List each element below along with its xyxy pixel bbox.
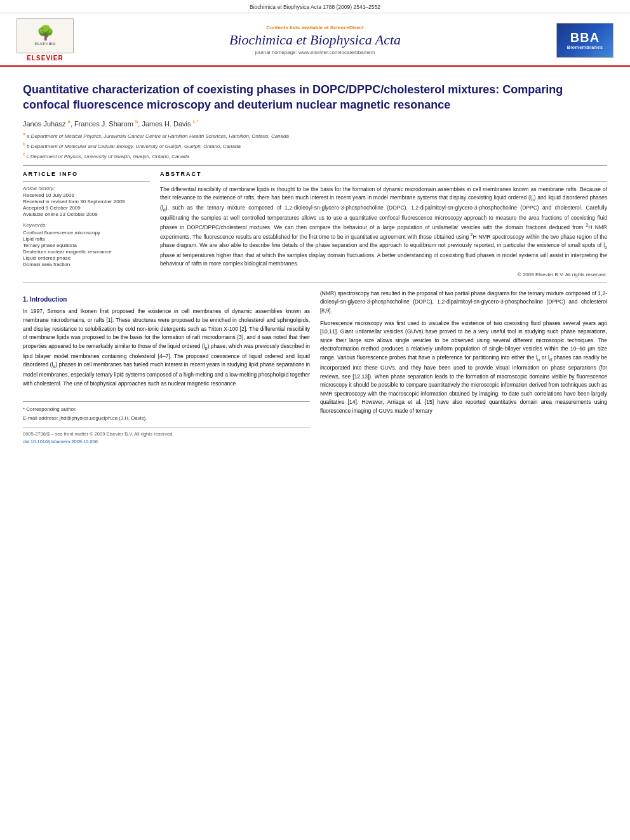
- info-abstract-section: ARTICLE INFO Article history: Received 1…: [23, 171, 607, 277]
- keyword-6: Domain area fraction: [23, 262, 150, 267]
- abstract-heading: ABSTRACT: [160, 171, 607, 177]
- main-content: 1. Introduction In 1997, Simons and Ikon…: [23, 290, 607, 446]
- header-center: Contents lists available at ScienceDirec…: [80, 25, 550, 55]
- intro-section-title: 1. Introduction: [23, 295, 310, 305]
- bottom-left: 0005-2736/$ – see front matter © 2009 El…: [23, 430, 173, 445]
- history-revised: Received in revised form 30 September 20…: [23, 199, 150, 204]
- main-col-left: 1. Introduction In 1997, Simons and Ikon…: [23, 290, 310, 446]
- elsevier-tree-icon: 🌳: [37, 26, 54, 40]
- authors-text: Janos Juhasz a, Frances J. Sharom b, Jam…: [23, 120, 199, 128]
- aff-line-b: b b Department of Molecular and Cellular…: [23, 141, 607, 150]
- keyword-2: Lipid rafts: [23, 236, 150, 242]
- elsevier-logo-box: 🌳 ELSEVIER: [17, 18, 74, 53]
- authors-line: Janos Juhasz a, Frances J. Sharom b, Jam…: [23, 119, 607, 128]
- article-body: Quantitative characterization of coexist…: [0, 67, 630, 458]
- history-accepted: Accepted 9 October 2009: [23, 205, 150, 211]
- doi-line: doi:10.1016/j.bbamem.2009.10.006: [23, 438, 173, 446]
- bba-logo: BBA Biomembranes: [550, 23, 620, 58]
- keyword-1: Confocal fluorescence microscopy: [23, 230, 150, 236]
- header-divider: [23, 165, 607, 166]
- copyright-line: © 2009 Elsevier B.V. All rights reserved…: [160, 272, 607, 277]
- issn-line: 0005-2736/$ – see front matter © 2009 El…: [23, 430, 173, 438]
- abstract-col: ABSTRACT The differential miscibility of…: [160, 171, 607, 277]
- article-info-col: ARTICLE INFO Article history: Received 1…: [23, 171, 150, 277]
- article-history-label: Article history:: [23, 185, 150, 191]
- keywords-title: Keywords:: [23, 222, 150, 228]
- elsevier-logo: 🌳 ELSEVIER ELSEVIER: [10, 18, 80, 62]
- sciencedirect-label[interactable]: ScienceDirect: [330, 25, 364, 30]
- journal-homepage: journal homepage: www.elsevier.com/locat…: [86, 50, 544, 55]
- elsevier-text-label: ELSEVIER: [27, 55, 63, 62]
- footer-section: * Corresponding author. E-mail address: …: [23, 401, 310, 423]
- content-divider: [23, 283, 607, 283]
- elsevier-tagline: ELSEVIER: [34, 41, 55, 46]
- bottom-bar: 0005-2736/$ – see front matter © 2009 El…: [23, 427, 310, 445]
- affiliations: a a Department of Medical Physics, Jurav…: [23, 131, 607, 160]
- email-note: E-mail address: jhd@physics.uoguelph.ca …: [23, 415, 310, 422]
- sciencedirect-line: Contents lists available at ScienceDirec…: [86, 25, 544, 30]
- corresponding-author-note: * Corresponding author.: [23, 406, 310, 413]
- corresponding-label: * Corresponding author.: [23, 406, 77, 412]
- intro-paragraph-1: In 1997, Simons and Ikonen first propose…: [23, 307, 310, 388]
- keyword-4: Deuterium nuclear magnetic resonance: [23, 249, 150, 255]
- article-info-heading: ARTICLE INFO: [23, 171, 150, 177]
- keyword-3: Ternary phase equilibria: [23, 243, 150, 248]
- contents-text: Contents lists available at: [266, 25, 328, 30]
- header-section: 🌳 ELSEVIER ELSEVIER Contents lists avail…: [0, 13, 630, 67]
- bba-letters: BBA: [570, 31, 600, 44]
- aff-line-a: a a Department of Medical Physics, Jurav…: [23, 131, 607, 140]
- abstract-text: The differential miscibility of membrane…: [160, 185, 607, 268]
- intro-paragraph-right-1: (NMR) spectroscopy has resulted in the p…: [320, 290, 607, 316]
- article-title: Quantitative characterization of coexist…: [23, 82, 607, 113]
- main-col-right: (NMR) spectroscopy has resulted in the p…: [320, 290, 607, 446]
- abstract-divider: [160, 181, 607, 182]
- aff-line-c: c c Department of Physics, University of…: [23, 151, 607, 161]
- history-received: Received 10 July 2009: [23, 192, 150, 198]
- intro-paragraph-right-2: Fluorescence microscopy was first used t…: [320, 319, 607, 416]
- journal-ref-text: Biochimica et Biophysica Acta 1788 (2009…: [250, 4, 380, 10]
- journal-ref-bar: Biochimica et Biophysica Acta 1788 (2009…: [0, 0, 630, 13]
- page-wrapper: Biochimica et Biophysica Acta 1788 (2009…: [0, 0, 630, 458]
- email-label: E-mail address: jhd@physics.uoguelph.ca …: [23, 415, 147, 421]
- keywords-section: Keywords: Confocal fluorescence microsco…: [23, 222, 150, 267]
- bba-sub-label: Biomembranes: [567, 45, 603, 50]
- history-available: Available online 23 October 2009: [23, 211, 150, 217]
- info-divider: [23, 181, 150, 182]
- bba-logo-box: BBA Biomembranes: [556, 23, 613, 58]
- keyword-5: Liquid ordered phase: [23, 255, 150, 261]
- journal-title: Biochimica et Biophysica Acta: [86, 32, 544, 48]
